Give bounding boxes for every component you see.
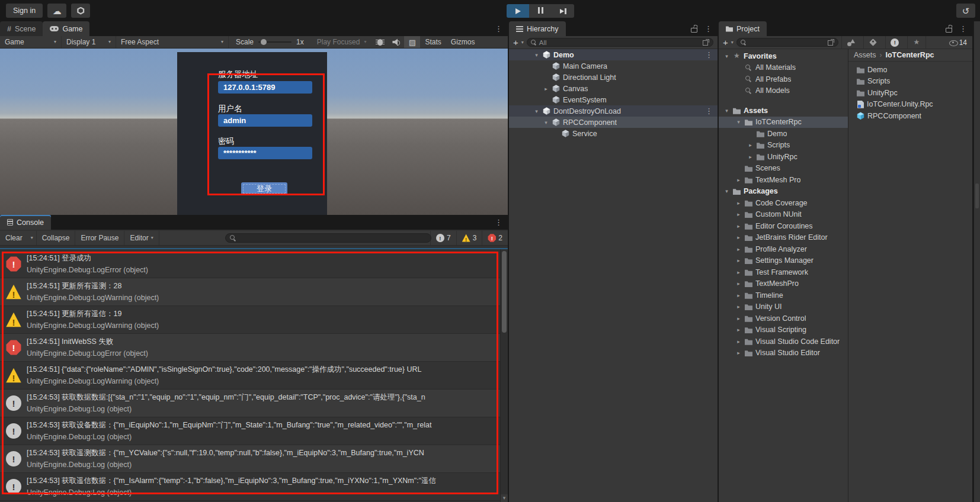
item-kebab-icon[interactable]: ⋮ [705, 49, 713, 60]
console-log-entry[interactable]: [15:24:51] {"data":{"roleName":"ADMIN","… [0, 362, 500, 390]
hierarchy-item[interactable]: Main Camera [509, 60, 718, 72]
hierarchy-item[interactable]: RPCComponent [509, 117, 718, 128]
project-tree-item[interactable]: Settings Manager [719, 255, 848, 267]
project-tree-item[interactable]: Editor Coroutines [719, 220, 848, 232]
history-button[interactable]: ↺ [956, 4, 975, 18]
foldout-icon[interactable] [735, 281, 742, 287]
foldout-icon[interactable] [723, 188, 730, 194]
save-search-button[interactable] [907, 36, 926, 49]
gizmos-dropdown[interactable]: Gizmos [446, 38, 480, 46]
project-tree-item[interactable]: Timeline [719, 289, 848, 301]
console-scrollbar[interactable]: ▾ [500, 249, 508, 502]
foldout-icon[interactable] [723, 108, 730, 114]
game-view-kebab-icon[interactable]: ⋮ [495, 25, 502, 33]
play-focused-dropdown[interactable]: Play Focused▾ [311, 38, 373, 46]
collapse-button[interactable]: Collapse [37, 231, 76, 245]
add-object-button[interactable]: + [513, 38, 518, 47]
password-input[interactable]: *********** [218, 147, 312, 159]
tab-scene[interactable]: # Scene [0, 21, 43, 36]
search-by-import-log-button[interactable] [885, 36, 904, 49]
chevron-down-icon[interactable]: ▾ [521, 40, 524, 45]
play-button[interactable] [507, 4, 529, 18]
console-log-entry[interactable]: [15:24:51] InitWebSS 失败 UnityEngine.Debu… [0, 334, 500, 362]
file-item[interactable]: IoTCenter.Unity.Rpc [848, 99, 972, 111]
tab-hierarchy[interactable]: Hierarchy [509, 21, 566, 36]
console-log-entry[interactable]: [15:24:53] 获取数据数据:[{"sta_n":"1","equip_n… [0, 390, 500, 417]
console-log-entry[interactable]: [15:24:51] 登录成功 UnityEngine.Debug:LogErr… [0, 250, 500, 278]
foldout-icon[interactable] [735, 234, 742, 240]
slider-knob[interactable] [261, 39, 267, 45]
console-log-entry[interactable]: [15:24:53] 获取遥信数据：{"m_IsAlarm":{"temp":-… [0, 473, 500, 501]
project-tree-item[interactable]: Scripts [719, 140, 848, 152]
error-count-toggle[interactable]: 2 [482, 231, 508, 245]
server-address-input[interactable]: 127.0.0.1:5789 [218, 81, 312, 94]
project-tree-item[interactable]: All Prefabs [719, 73, 848, 85]
display-dropdown[interactable]: Display 1▾ [62, 36, 116, 49]
clear-dropdown[interactable]: ▾ [28, 231, 37, 245]
tab-console[interactable]: Console [0, 215, 51, 230]
hidden-count-button[interactable]: 14 [949, 38, 968, 47]
vsync-button[interactable]: ▨ [404, 36, 420, 49]
hierarchy-item[interactable]: Canvas [509, 83, 718, 94]
project-tree-item[interactable]: Profile Analyzer [719, 243, 848, 255]
project-tree-item[interactable]: Visual Studio Editor [719, 347, 848, 359]
breadcrumb-root[interactable]: Assets [854, 51, 876, 59]
search-by-type-button[interactable] [841, 36, 860, 49]
console-search-input[interactable] [225, 233, 431, 243]
console-log-entry[interactable]: [15:24:53] 获取设备数据：{"m_iEquipNo":1,"m_Equ… [0, 417, 500, 445]
log-count-toggle[interactable]: 7 [430, 231, 456, 245]
foldout-icon[interactable] [735, 316, 742, 321]
foldout-icon[interactable] [543, 120, 549, 125]
scroll-down-icon[interactable]: ▾ [501, 494, 508, 502]
lock-icon[interactable] [945, 25, 952, 33]
project-tree-item[interactable]: Packages [719, 186, 848, 198]
foldout-icon[interactable] [533, 52, 540, 58]
console-kebab-icon[interactable]: ⋮ [495, 218, 502, 226]
foldout-icon[interactable] [735, 200, 742, 206]
project-tree-item[interactable]: UnityRpc [719, 151, 848, 163]
foldout-icon[interactable] [543, 86, 549, 92]
foldout-icon[interactable] [735, 339, 742, 345]
login-button[interactable]: 登录 [241, 182, 287, 195]
console-log-entry[interactable]: [15:24:51] 更新所有遥信：19 UnityEngine.Debug:L… [0, 306, 500, 334]
mute-audio-button[interactable] [388, 36, 404, 49]
item-kebab-icon[interactable]: ⋮ [705, 105, 713, 117]
warning-count-toggle[interactable]: 3 [456, 231, 482, 245]
project-tree-item[interactable]: Version Control [719, 313, 848, 324]
project-tree-item[interactable]: Test Framework [719, 266, 848, 278]
project-tree-item[interactable]: Demo [719, 128, 848, 140]
project-tree-item[interactable]: TextMesh Pro [719, 174, 848, 186]
file-item[interactable]: Scripts [848, 76, 972, 88]
stats-button[interactable]: Stats [420, 38, 446, 46]
console-log-entry[interactable]: [15:24:53] 获取遥测数据：{"m_YCValue":{"s":null… [0, 445, 500, 473]
file-item[interactable]: Demo [848, 64, 972, 76]
project-tree-item[interactable]: Assets [719, 105, 848, 117]
unity-hub-button[interactable] [71, 4, 90, 18]
editor-dropdown[interactable]: Editor▾ [124, 231, 159, 245]
file-item[interactable]: UnityRpc [848, 87, 972, 99]
project-tree-item[interactable]: All Models [719, 85, 848, 97]
game-viewport[interactable]: 服务器地址 127.0.0.1:5789 用户名 admin 密码 ******… [0, 49, 508, 215]
breadcrumb-current[interactable]: IoTCenterRpc [886, 51, 934, 59]
project-kebab-icon[interactable]: ⋮ [959, 25, 967, 33]
project-tree-item[interactable]: Unity UI [719, 301, 848, 313]
foldout-icon[interactable] [533, 108, 540, 114]
foldout-icon[interactable] [735, 258, 742, 263]
project-tree-item[interactable]: IoTCenterRpc [719, 117, 848, 128]
scrollbar-thumb[interactable] [502, 251, 507, 333]
foldout-icon[interactable] [735, 292, 742, 298]
foldout-icon[interactable] [735, 269, 742, 275]
project-tree-item[interactable]: Visual Scripting [719, 324, 848, 336]
project-tree-item[interactable]: TextMeshPro [719, 278, 848, 290]
hierarchy-item[interactable]: EventSystem [509, 94, 718, 105]
foldout-icon[interactable] [723, 53, 730, 59]
foldout-icon[interactable] [735, 304, 742, 310]
chevron-down-icon[interactable]: ▾ [731, 40, 734, 45]
tab-project[interactable]: Project [719, 21, 767, 36]
hierarchy-item[interactable]: DontDestroyOnLoad ⋮ [509, 105, 718, 117]
hierarchy-kebab-icon[interactable]: ⋮ [704, 25, 712, 33]
project-tree-item[interactable]: Code Coverage [719, 197, 848, 209]
project-tree-item[interactable]: Favorites [719, 50, 848, 62]
hierarchy-item[interactable]: Directional Light [509, 72, 718, 83]
error-pause-button[interactable]: Error Pause [75, 231, 124, 245]
